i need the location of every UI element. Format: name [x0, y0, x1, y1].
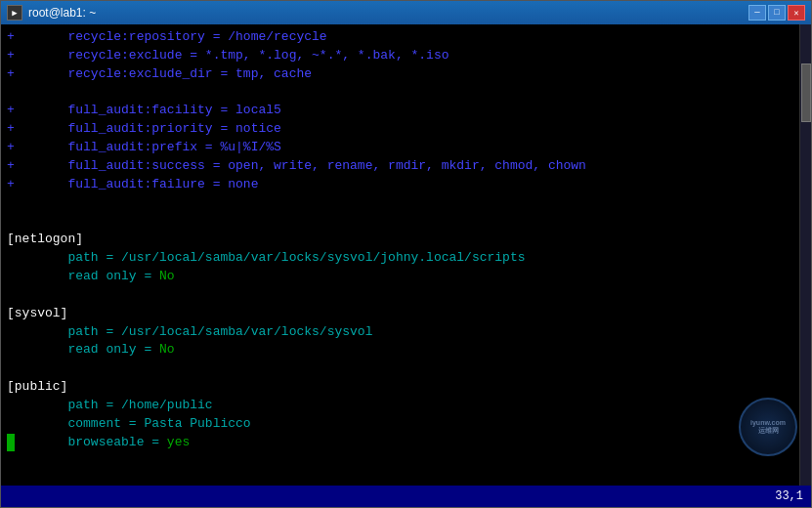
watermark-text-1: iyunw.com	[750, 419, 786, 426]
terminal-window: ▶ root@lab1: ~ ─ □ ✕ + recycle:repositor…	[0, 0, 812, 508]
line-2: + recycle:exclude = *.tmp, *.log, ~*.*, …	[7, 47, 793, 65]
line-5: + full_audit:facility = local5	[7, 102, 793, 120]
scrollbar-thumb[interactable]	[801, 64, 811, 122]
status-bar: 33,1	[1, 486, 811, 507]
line-1: + recycle:repository = /home/recycle	[7, 28, 793, 47]
line-3: + recycle:exclude_dir = tmp, cache	[7, 65, 793, 84]
watermark: iyunw.com 运维网	[739, 398, 797, 456]
line-9: + full_audit:failure = none	[7, 176, 793, 194]
line-public-path: path = /home/public	[7, 397, 793, 415]
line-blank-1	[7, 286, 793, 305]
line-sysvol-path: path = /usr/local/samba/var/locks/sysvol	[7, 323, 793, 342]
terminal-icon: ▶	[7, 5, 22, 21]
scrollbar[interactable]	[799, 24, 811, 486]
line-11	[7, 212, 793, 231]
watermark-logo: iyunw.com 运维网	[739, 398, 797, 456]
cursor-position: 33,1	[775, 489, 803, 503]
watermark-text-2: 运维网	[758, 426, 779, 436]
window-controls: ─ □ ✕	[748, 5, 805, 21]
line-public-comment: comment = Pasta Publicco	[7, 415, 793, 434]
line-netlogon-path: path = /usr/local/samba/var/locks/sysvol…	[7, 249, 793, 268]
terminal-body: + recycle:repository = /home/recycle + r…	[1, 24, 811, 486]
minimize-button[interactable]: ─	[748, 5, 766, 21]
terminal-content[interactable]: + recycle:repository = /home/recycle + r…	[1, 24, 799, 486]
line-6: + full_audit:priority = notice	[7, 120, 793, 139]
line-4	[7, 84, 793, 103]
line-sysvol-section: [sysvol]	[7, 305, 793, 323]
titlebar: ▶ root@lab1: ~ ─ □ ✕	[1, 1, 811, 24]
line-10	[7, 194, 793, 213]
line-blank-2	[7, 360, 793, 378]
line-8: + full_audit:success = open, write, rena…	[7, 157, 793, 176]
window-title: root@lab1: ~	[28, 6, 96, 20]
line-sysvol-readonly: read only = No	[7, 341, 793, 360]
maximize-button[interactable]: □	[768, 5, 786, 21]
close-button[interactable]: ✕	[788, 5, 805, 21]
line-public-browseable: browseable = yes	[7, 434, 793, 452]
line-netlogon-readonly: read only = No	[7, 268, 793, 286]
line-netlogon-section: [netlogon]	[7, 231, 793, 249]
titlebar-left: ▶ root@lab1: ~	[7, 5, 96, 21]
line-7: + full_audit:prefix = %u|%I/%S	[7, 139, 793, 157]
line-public-section: [public]	[7, 378, 793, 397]
